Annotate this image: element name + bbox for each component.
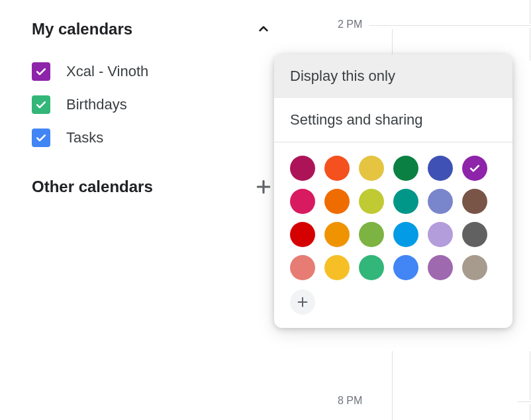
grid-line — [530, 351, 530, 400]
calendar-checkbox[interactable] — [32, 62, 50, 81]
calendar-checkbox[interactable] — [32, 95, 50, 114]
calendar-item[interactable]: Xcal - Vinoth — [32, 62, 277, 81]
color-swatch[interactable] — [428, 156, 453, 181]
color-swatch[interactable] — [359, 222, 384, 247]
my-calendars-title: My calendars — [32, 20, 132, 38]
color-swatch[interactable] — [290, 189, 315, 214]
color-swatch[interactable] — [359, 189, 384, 214]
add-other-calendar-button[interactable] — [250, 174, 277, 200]
menu-item-display-only[interactable]: Display this only — [274, 54, 512, 98]
color-swatch[interactable] — [393, 255, 418, 280]
plus-icon — [254, 177, 273, 197]
grid-line — [530, 0, 530, 24]
time-label: 2 PM — [338, 19, 362, 30]
calendar-label: Birthdays — [66, 96, 127, 113]
my-calendars-header: My calendars — [32, 16, 277, 42]
calendar-item[interactable]: Tasks — [32, 129, 277, 147]
collapse-my-calendars-button[interactable] — [250, 16, 277, 42]
color-swatch[interactable] — [393, 156, 418, 181]
color-swatch[interactable] — [393, 222, 418, 247]
grid-line — [392, 351, 393, 420]
color-swatch[interactable] — [290, 222, 315, 247]
grid-line — [530, 28, 530, 61]
plus-icon — [295, 295, 310, 309]
calendar-label: Tasks — [66, 129, 103, 146]
color-swatch[interactable] — [428, 222, 453, 247]
color-picker-grid — [274, 142, 512, 287]
grid-line — [518, 401, 531, 402]
color-swatch[interactable] — [393, 189, 418, 214]
chevron-up-icon — [255, 21, 272, 38]
color-swatch[interactable] — [462, 156, 487, 181]
color-swatch[interactable] — [359, 156, 384, 181]
color-swatch[interactable] — [428, 255, 453, 280]
check-icon — [34, 65, 48, 78]
color-swatch[interactable] — [324, 255, 350, 280]
add-custom-color-button[interactable] — [290, 289, 315, 315]
color-swatch[interactable] — [462, 255, 487, 280]
calendar-checkbox[interactable] — [32, 129, 50, 147]
color-swatch[interactable] — [462, 222, 487, 247]
color-swatch[interactable] — [359, 255, 384, 280]
color-swatch[interactable] — [324, 222, 350, 247]
color-swatch[interactable] — [428, 189, 453, 214]
check-icon — [468, 162, 481, 175]
color-swatch[interactable] — [290, 156, 315, 181]
color-swatch[interactable] — [462, 189, 487, 214]
calendar-item[interactable]: Birthdays — [32, 95, 277, 114]
other-calendars-header: Other calendars — [32, 174, 277, 200]
calendar-label: Xcal - Vinoth — [66, 63, 148, 80]
menu-item-settings-sharing[interactable]: Settings and sharing — [274, 98, 512, 142]
color-swatch[interactable] — [290, 255, 315, 280]
check-icon — [34, 131, 48, 144]
grid-line — [369, 25, 531, 26]
time-label: 8 PM — [338, 395, 362, 407]
color-swatch[interactable] — [324, 189, 350, 214]
grid-line — [530, 404, 530, 420]
check-icon — [34, 98, 48, 111]
color-swatch[interactable] — [324, 156, 350, 181]
other-calendars-title: Other calendars — [32, 178, 153, 196]
calendar-options-menu: Display this only Settings and sharing — [274, 54, 512, 328]
